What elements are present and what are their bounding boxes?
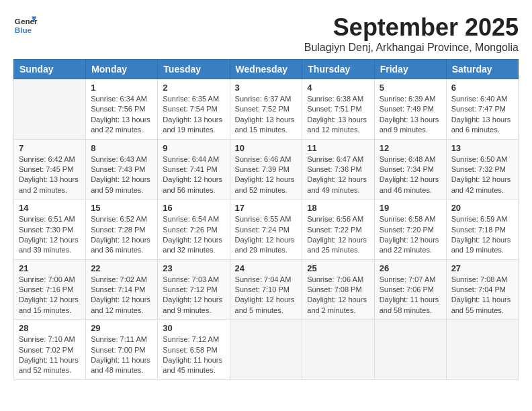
- calendar-cell: 9Sunrise: 6:44 AM Sunset: 7:41 PM Daylig…: [158, 139, 230, 199]
- day-info: Sunrise: 7:08 AM Sunset: 7:04 PM Dayligh…: [451, 275, 513, 316]
- day-info: Sunrise: 6:51 AM Sunset: 7:30 PM Dayligh…: [19, 214, 81, 256]
- day-info: Sunrise: 6:50 AM Sunset: 7:32 PM Dayligh…: [451, 154, 513, 196]
- calendar-cell: 30Sunrise: 7:12 AM Sunset: 6:58 PM Dayli…: [158, 320, 230, 380]
- day-info: Sunrise: 6:58 AM Sunset: 7:20 PM Dayligh…: [380, 214, 441, 256]
- page-header: General Blue September 2025 Bulagiyn Den…: [13, 13, 519, 54]
- day-number: 11: [307, 143, 369, 153]
- calendar-cell: 13Sunrise: 6:50 AM Sunset: 7:32 PM Dayli…: [446, 139, 518, 199]
- calendar-cell: 29Sunrise: 7:11 AM Sunset: 7:00 PM Dayli…: [86, 320, 158, 380]
- calendar-cell: 8Sunrise: 6:43 AM Sunset: 7:43 PM Daylig…: [86, 139, 158, 199]
- calendar-cell: 7Sunrise: 6:42 AM Sunset: 7:45 PM Daylig…: [14, 139, 86, 199]
- title-block: September 2025 Bulagiyn Denj, Arkhangai …: [304, 13, 519, 54]
- day-number: 24: [235, 263, 298, 273]
- weekday-header-thursday: Thursday: [302, 60, 374, 79]
- calendar-cell: 21Sunrise: 7:00 AM Sunset: 7:16 PM Dayli…: [14, 259, 86, 320]
- day-info: Sunrise: 6:34 AM Sunset: 7:56 PM Dayligh…: [91, 94, 152, 136]
- calendar-cell: [374, 320, 446, 380]
- day-info: Sunrise: 6:35 AM Sunset: 7:54 PM Dayligh…: [163, 94, 224, 136]
- day-number: 22: [91, 263, 152, 273]
- logo: General Blue: [13, 13, 38, 38]
- day-number: 5: [380, 83, 441, 93]
- calendar-cell: 3Sunrise: 6:37 AM Sunset: 7:52 PM Daylig…: [230, 79, 302, 140]
- day-info: Sunrise: 7:04 AM Sunset: 7:10 PM Dayligh…: [235, 275, 298, 316]
- month-title: September 2025: [304, 13, 519, 42]
- day-number: 29: [91, 323, 152, 333]
- calendar-cell: 25Sunrise: 7:06 AM Sunset: 7:08 PM Dayli…: [302, 259, 374, 320]
- calendar-week-row: 28Sunrise: 7:10 AM Sunset: 7:02 PM Dayli…: [14, 320, 519, 380]
- day-info: Sunrise: 6:39 AM Sunset: 7:49 PM Dayligh…: [380, 94, 441, 136]
- location-title: Bulagiyn Denj, Arkhangai Province, Mongo…: [304, 42, 519, 54]
- calendar-cell: [446, 320, 518, 380]
- day-info: Sunrise: 6:43 AM Sunset: 7:43 PM Dayligh…: [91, 154, 152, 196]
- day-info: Sunrise: 6:44 AM Sunset: 7:41 PM Dayligh…: [163, 154, 224, 196]
- day-number: 14: [19, 203, 81, 213]
- day-info: Sunrise: 6:59 AM Sunset: 7:18 PM Dayligh…: [451, 214, 513, 256]
- day-info: Sunrise: 6:40 AM Sunset: 7:47 PM Dayligh…: [451, 94, 513, 136]
- calendar-cell: 1Sunrise: 6:34 AM Sunset: 7:56 PM Daylig…: [86, 79, 158, 140]
- calendar-cell: 16Sunrise: 6:54 AM Sunset: 7:26 PM Dayli…: [158, 199, 230, 260]
- weekday-header-wednesday: Wednesday: [230, 60, 302, 79]
- day-info: Sunrise: 7:06 AM Sunset: 7:08 PM Dayligh…: [307, 275, 369, 316]
- day-number: 25: [307, 263, 369, 273]
- day-info: Sunrise: 7:00 AM Sunset: 7:16 PM Dayligh…: [19, 275, 81, 316]
- calendar-cell: [230, 320, 302, 380]
- calendar-week-row: 14Sunrise: 6:51 AM Sunset: 7:30 PM Dayli…: [14, 199, 519, 260]
- calendar-week-row: 1Sunrise: 6:34 AM Sunset: 7:56 PM Daylig…: [14, 79, 519, 140]
- day-number: 4: [307, 83, 369, 93]
- day-number: 12: [380, 143, 441, 153]
- day-number: 3: [235, 83, 298, 93]
- calendar-cell: 6Sunrise: 6:40 AM Sunset: 7:47 PM Daylig…: [446, 79, 518, 140]
- calendar-cell: 28Sunrise: 7:10 AM Sunset: 7:02 PM Dayli…: [14, 320, 86, 380]
- day-number: 2: [163, 83, 224, 93]
- day-info: Sunrise: 6:46 AM Sunset: 7:39 PM Dayligh…: [235, 154, 298, 196]
- day-info: Sunrise: 6:56 AM Sunset: 7:22 PM Dayligh…: [307, 214, 369, 256]
- weekday-header-tuesday: Tuesday: [158, 60, 230, 79]
- day-info: Sunrise: 6:48 AM Sunset: 7:34 PM Dayligh…: [380, 154, 441, 196]
- day-info: Sunrise: 6:42 AM Sunset: 7:45 PM Dayligh…: [19, 154, 81, 196]
- calendar-cell: 10Sunrise: 6:46 AM Sunset: 7:39 PM Dayli…: [230, 139, 302, 199]
- calendar-cell: [14, 79, 86, 140]
- svg-text:Blue: Blue: [15, 26, 32, 34]
- weekday-header-row: SundayMondayTuesdayWednesdayThursdayFrid…: [14, 60, 519, 79]
- calendar-cell: 18Sunrise: 6:56 AM Sunset: 7:22 PM Dayli…: [302, 199, 374, 260]
- day-number: 21: [19, 263, 81, 273]
- day-info: Sunrise: 6:52 AM Sunset: 7:28 PM Dayligh…: [91, 214, 152, 256]
- calendar-cell: 4Sunrise: 6:38 AM Sunset: 7:51 PM Daylig…: [302, 79, 374, 140]
- day-number: 28: [19, 323, 81, 333]
- calendar-cell: 26Sunrise: 7:07 AM Sunset: 7:06 PM Dayli…: [374, 259, 446, 320]
- calendar-cell: 24Sunrise: 7:04 AM Sunset: 7:10 PM Dayli…: [230, 259, 302, 320]
- day-info: Sunrise: 7:07 AM Sunset: 7:06 PM Dayligh…: [380, 275, 441, 316]
- day-info: Sunrise: 7:11 AM Sunset: 7:00 PM Dayligh…: [91, 334, 152, 376]
- day-number: 23: [163, 263, 224, 273]
- day-info: Sunrise: 7:02 AM Sunset: 7:14 PM Dayligh…: [91, 275, 152, 316]
- day-info: Sunrise: 7:03 AM Sunset: 7:12 PM Dayligh…: [163, 275, 224, 316]
- calendar-cell: 2Sunrise: 6:35 AM Sunset: 7:54 PM Daylig…: [158, 79, 230, 140]
- day-info: Sunrise: 6:37 AM Sunset: 7:52 PM Dayligh…: [235, 94, 298, 136]
- day-number: 18: [307, 203, 369, 213]
- weekday-header-saturday: Saturday: [446, 60, 518, 79]
- day-number: 17: [235, 203, 298, 213]
- calendar-cell: 22Sunrise: 7:02 AM Sunset: 7:14 PM Dayli…: [86, 259, 158, 320]
- day-number: 8: [91, 143, 152, 153]
- day-number: 19: [380, 203, 441, 213]
- day-info: Sunrise: 6:55 AM Sunset: 7:24 PM Dayligh…: [235, 214, 298, 256]
- day-number: 6: [451, 83, 513, 93]
- calendar-week-row: 7Sunrise: 6:42 AM Sunset: 7:45 PM Daylig…: [14, 139, 519, 199]
- day-number: 13: [451, 143, 513, 153]
- calendar-cell: [302, 320, 374, 380]
- calendar-cell: 12Sunrise: 6:48 AM Sunset: 7:34 PM Dayli…: [374, 139, 446, 199]
- calendar-cell: 23Sunrise: 7:03 AM Sunset: 7:12 PM Dayli…: [158, 259, 230, 320]
- day-info: Sunrise: 7:10 AM Sunset: 7:02 PM Dayligh…: [19, 334, 81, 376]
- calendar-cell: 11Sunrise: 6:47 AM Sunset: 7:36 PM Dayli…: [302, 139, 374, 199]
- weekday-header-friday: Friday: [374, 60, 446, 79]
- day-number: 16: [163, 203, 224, 213]
- day-number: 20: [451, 203, 513, 213]
- calendar-cell: 14Sunrise: 6:51 AM Sunset: 7:30 PM Dayli…: [14, 199, 86, 260]
- day-info: Sunrise: 7:12 AM Sunset: 6:58 PM Dayligh…: [163, 334, 224, 376]
- day-number: 26: [380, 263, 441, 273]
- calendar-cell: 19Sunrise: 6:58 AM Sunset: 7:20 PM Dayli…: [374, 199, 446, 260]
- logo-icon: General Blue: [13, 13, 38, 38]
- day-info: Sunrise: 6:47 AM Sunset: 7:36 PM Dayligh…: [307, 154, 369, 196]
- day-number: 9: [163, 143, 224, 153]
- calendar-cell: 15Sunrise: 6:52 AM Sunset: 7:28 PM Dayli…: [86, 199, 158, 260]
